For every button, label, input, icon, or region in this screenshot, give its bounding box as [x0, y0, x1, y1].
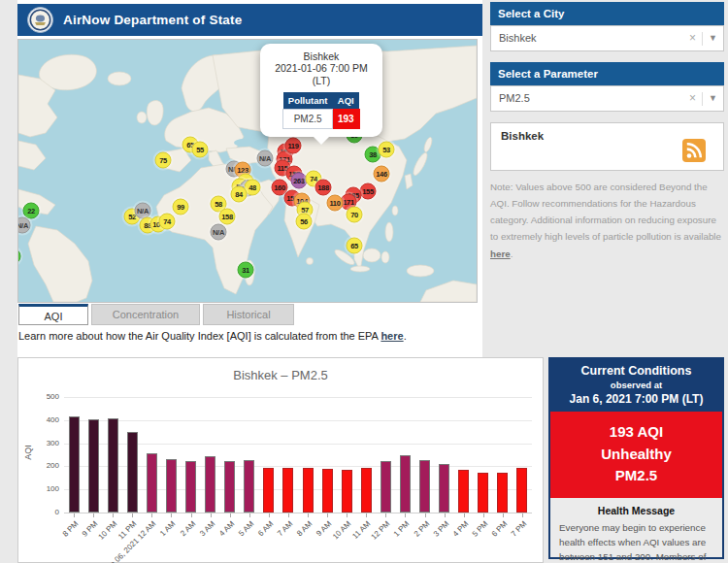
x-tick-label: 4 AM: [154, 519, 236, 563]
health-message-block: Health Message Everyone may begin to exp…: [550, 498, 722, 563]
bar-10-pm[interactable]: [108, 418, 118, 513]
feed-city-label: Bishkek: [501, 130, 544, 142]
x-tick-label: 2 AM: [116, 519, 197, 563]
tab-concentration[interactable]: Concentration: [91, 304, 200, 325]
aqi-marker-56[interactable]: 56: [296, 214, 313, 230]
bar-10-am[interactable]: [342, 470, 352, 513]
x-tick-label: 1 AM: [96, 519, 178, 563]
bar-7-am[interactable]: [282, 468, 293, 513]
bar-2-am[interactable]: [185, 461, 196, 513]
aqi-marker-188[interactable]: 188: [315, 180, 332, 196]
gridline: [64, 420, 532, 421]
aqi-value: 193 AQI: [550, 421, 722, 444]
x-tick: [327, 513, 328, 517]
aqi-pollutant: PM2.5: [550, 465, 722, 487]
aqi-marker-na[interactable]: N/A: [17, 217, 31, 234]
x-tick-label: 3 AM: [135, 519, 216, 563]
bar-8-pm[interactable]: [69, 416, 80, 513]
aqi-marker-55[interactable]: 55: [192, 142, 209, 158]
x-tick-label: 10 AM: [271, 519, 352, 563]
x-tick-label: 4 PM: [388, 519, 470, 563]
gridline: [64, 513, 532, 513]
aqi-marker-110[interactable]: 110: [327, 195, 344, 212]
bar-3-am[interactable]: [205, 456, 215, 513]
bar-jan-06-2021-12-am[interactable]: [147, 453, 157, 513]
bar-3-pm[interactable]: [439, 464, 449, 513]
aqi-marker-84[interactable]: 84: [231, 186, 248, 203]
parameter-select[interactable]: PM2.5 × ▼: [490, 85, 724, 112]
aqi-marker-6[interactable]: 6: [17, 248, 21, 265]
rss-feed-icon[interactable]: [682, 139, 706, 166]
bar-5-pm[interactable]: [478, 473, 488, 513]
health-message-title: Health Message: [559, 505, 713, 516]
aqi-category: Unhealthy: [550, 444, 722, 466]
x-tick-label: 7 AM: [213, 519, 294, 563]
x-tick-label: Jan 06, 2021 12 AM: [77, 519, 158, 563]
popup-pollutant-value: PM2.5: [283, 110, 333, 129]
bar-2-pm[interactable]: [419, 460, 430, 513]
aqi-marker-119[interactable]: 119: [285, 138, 302, 154]
x-tick-label: 8 PM: [0, 519, 80, 563]
aqi-marker-99[interactable]: 99: [173, 199, 189, 215]
city-caret-down-icon[interactable]: ▼: [709, 26, 717, 50]
x-tick: [211, 513, 212, 517]
aqi-marker-75[interactable]: 75: [155, 152, 172, 169]
x-tick: [445, 513, 446, 517]
aqi-marker-158[interactable]: 158: [219, 209, 236, 225]
tab-aqi[interactable]: AQI: [18, 304, 88, 325]
note-text: Note: Values above 500 are considered Be…: [490, 182, 721, 242]
bar-11-pm[interactable]: [127, 432, 138, 513]
y-tick-label: 500: [32, 392, 59, 401]
airnow-page: AirNow Department of State: [0, 0, 728, 563]
bar-6-am[interactable]: [263, 468, 274, 513]
aqi-marker-65[interactable]: 65: [347, 238, 363, 254]
observed-at-label: observed at: [552, 380, 720, 390]
x-tick-label: 2 PM: [349, 519, 431, 563]
bar-9-am[interactable]: [322, 469, 333, 513]
city-clear-icon[interactable]: ×: [689, 26, 696, 50]
bar-4-am[interactable]: [224, 461, 235, 513]
x-tick-label: 3 PM: [369, 519, 450, 563]
parameter-clear-icon[interactable]: ×: [689, 86, 696, 111]
y-tick-label: 200: [32, 461, 59, 470]
aqi-marker-na[interactable]: N/A: [257, 150, 274, 167]
aqi-world-map[interactable]: 75655522N/A652N/A881047499N/A1239255N/A4…: [17, 39, 478, 303]
aqi-marker-146[interactable]: 146: [374, 166, 390, 182]
aqi-marker-155[interactable]: 155: [360, 183, 377, 200]
divider: [702, 92, 703, 106]
aqi-marker-31[interactable]: 31: [238, 262, 254, 279]
x-tick: [308, 513, 309, 517]
city-select[interactable]: Bishkek × ▼: [490, 25, 724, 51]
bar-7-pm[interactable]: [516, 468, 527, 513]
x-tick-label: 1 PM: [330, 519, 412, 563]
aqi-marker-74[interactable]: 74: [159, 214, 176, 230]
parameter-caret-down-icon[interactable]: ▼: [709, 86, 717, 111]
bar-1-am[interactable]: [166, 459, 177, 513]
bar-8-am[interactable]: [303, 468, 314, 513]
aqi-info-suffix: .: [404, 330, 407, 342]
divider: [702, 32, 703, 46]
beyond-aqi-note: Note: Values above 500 are considered Be…: [490, 179, 721, 262]
aqi-marker-53[interactable]: 53: [379, 142, 395, 158]
aqi-marker-22[interactable]: 22: [23, 203, 40, 219]
aqi-marker-70[interactable]: 70: [347, 207, 363, 223]
tab-historical[interactable]: Historical: [203, 304, 294, 325]
x-tick: [113, 513, 114, 517]
bar-12-pm[interactable]: [381, 461, 391, 513]
bar-5-am[interactable]: [244, 460, 254, 513]
epa-here-link[interactable]: here: [381, 330, 403, 342]
bar-4-pm[interactable]: [458, 470, 469, 513]
x-tick: [288, 513, 289, 517]
x-tick-label: 6 AM: [193, 519, 275, 563]
aqi-marker-na[interactable]: N/A: [211, 224, 227, 241]
bar-9-pm[interactable]: [88, 419, 99, 513]
x-tick: [425, 513, 426, 517]
x-tick: [483, 513, 484, 517]
parameter-select-value: PM2.5: [499, 92, 530, 104]
x-tick: [249, 513, 250, 517]
bar-11-am[interactable]: [361, 468, 372, 513]
bar-6-pm[interactable]: [497, 473, 508, 513]
bar-1-pm[interactable]: [400, 455, 411, 513]
popup-table: Pollutant AQI PM2.5 193: [282, 92, 359, 129]
note-here-link[interactable]: here: [490, 248, 511, 259]
